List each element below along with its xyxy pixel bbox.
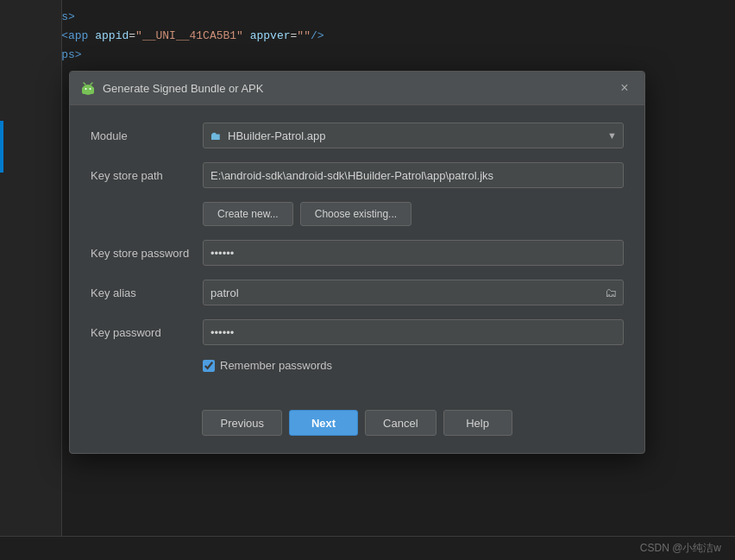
key-password-row: Key password: [91, 319, 624, 345]
keystore-path-control: [203, 162, 624, 188]
key-alias-row: Key alias 🗂: [91, 280, 624, 305]
sidebar-accent: [0, 121, 3, 173]
keystore-password-row: Key store password: [91, 240, 624, 266]
cancel-button[interactable]: Cancel: [365, 410, 436, 436]
svg-point-3: [90, 88, 91, 90]
dialog-close-button[interactable]: ×: [615, 79, 634, 98]
keystore-password-control: [203, 240, 624, 266]
svg-line-4: [84, 83, 85, 85]
previous-button[interactable]: Previous: [202, 410, 282, 436]
watermark-text: CSDN @小纯洁w: [640, 541, 721, 556]
choose-existing-button[interactable]: Choose existing...: [300, 202, 411, 226]
key-password-control: [203, 319, 624, 345]
next-button[interactable]: Next: [289, 410, 358, 436]
module-row: Module 🖿 HBuilder-Patrol.app ▼: [91, 123, 624, 148]
sidebar-gutter: [0, 0, 62, 560]
dialog-titlebar: Generate Signed Bundle or APK ×: [70, 72, 644, 105]
svg-rect-1: [82, 87, 94, 94]
android-icon: [80, 80, 96, 96]
remember-passwords-checkbox[interactable]: [203, 360, 215, 372]
dialog-title-left: Generate Signed Bundle or APK: [80, 80, 263, 96]
keystore-buttons-row: Create new... Choose existing...: [91, 202, 624, 226]
dialog-title-text: Generate Signed Bundle or APK: [103, 82, 263, 95]
dialog-footer: Previous Next Cancel Help: [70, 403, 644, 453]
bottom-bar: CSDN @小纯洁w: [0, 536, 735, 560]
module-label: Module: [91, 129, 203, 142]
key-password-label: Key password: [91, 326, 203, 339]
remember-passwords-label[interactable]: Remember passwords: [220, 359, 332, 372]
key-alias-control: 🗂: [203, 280, 624, 305]
remember-passwords-row: Remember passwords: [91, 359, 624, 372]
generate-signed-dialog: Generate Signed Bundle or APK × Module 🖿…: [69, 71, 645, 454]
keystore-path-label: Key store path: [91, 169, 203, 182]
help-button[interactable]: Help: [443, 410, 512, 436]
keystore-password-input[interactable]: [203, 240, 624, 266]
key-alias-input[interactable]: [203, 280, 624, 305]
module-folder-icon: 🖿: [210, 129, 221, 142]
svg-point-2: [85, 88, 87, 90]
keystore-path-input[interactable]: [203, 162, 624, 188]
keystore-path-row: Key store path: [91, 162, 624, 188]
key-alias-label: Key alias: [91, 286, 203, 299]
module-select[interactable]: HBuilder-Patrol.app: [203, 123, 624, 148]
dialog-content: Module 🖿 HBuilder-Patrol.app ▼ Key store…: [70, 105, 644, 403]
line-code-5: <app appid="__UNI__41CA5B1" appver=""/>: [35, 29, 324, 42]
module-select-wrapper: 🖿 HBuilder-Patrol.app ▼: [203, 123, 624, 148]
svg-line-5: [91, 83, 92, 85]
keystore-password-label: Key store password: [91, 247, 203, 260]
create-new-button[interactable]: Create new...: [203, 202, 293, 226]
key-password-input[interactable]: [203, 319, 624, 345]
